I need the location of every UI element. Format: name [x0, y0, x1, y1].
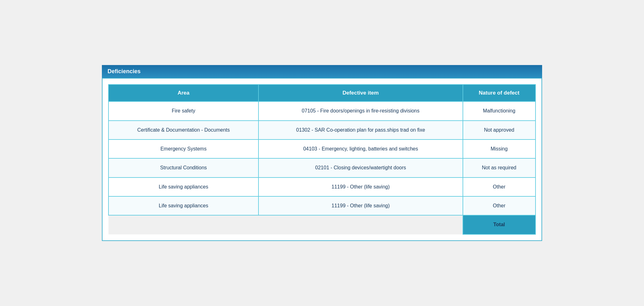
cell-nature-of_defect: Other — [463, 196, 536, 215]
table-row: Life saving appliances11199 - Other (lif… — [108, 178, 536, 196]
deficiencies-table: Area Defective item Nature of defect Fir… — [108, 84, 536, 235]
col-header-defective-item: Defective item — [258, 85, 463, 101]
cell-nature-of_defect: Not approved — [463, 121, 536, 139]
cell-area: Structural Conditions — [108, 158, 258, 177]
total-empty-defective — [258, 215, 463, 234]
cell-defective-item: 07105 - Fire doors/openings in fire-resi… — [258, 101, 463, 120]
table-row: Emergency Systems04103 - Emergency, ligh… — [108, 139, 536, 158]
table-row: Life saving appliances11199 - Other (lif… — [108, 196, 536, 215]
cell-defective-item: 11199 - Other (life saving) — [258, 196, 463, 215]
table-row: Fire safety07105 - Fire doors/openings i… — [108, 101, 536, 120]
cell-nature-of_defect: Not as required — [463, 158, 536, 177]
cell-nature-of_defect: Missing — [463, 139, 536, 158]
cell-defective-item: 01302 - SAR Co-operation plan for pass.s… — [258, 121, 463, 139]
section-title: Deficiencies — [108, 68, 141, 74]
cell-area: Life saving appliances — [108, 196, 258, 215]
cell-defective-item: 11199 - Other (life saving) — [258, 178, 463, 196]
table-row: Structural Conditions02101 - Closing dev… — [108, 158, 536, 177]
table-row: Certificate & Documentation - Documents0… — [108, 121, 536, 139]
cell-area: Certificate & Documentation - Documents — [108, 121, 258, 139]
cell-nature-of_defect: Other — [463, 178, 536, 196]
col-header-area: Area — [108, 85, 258, 101]
total-empty-area — [108, 215, 258, 234]
cell-area: Emergency Systems — [108, 139, 258, 158]
cell-defective-item: 02101 - Closing devices/watertight doors — [258, 158, 463, 177]
section-header: Deficiencies — [102, 65, 542, 78]
page-wrapper: Deficiencies Area Defective item Nature … — [102, 65, 542, 241]
col-header-nature-of-defect: Nature of defect — [463, 85, 536, 101]
cell-area: Fire safety — [108, 101, 258, 120]
table-container: Area Defective item Nature of defect Fir… — [102, 78, 542, 241]
table-header-row: Area Defective item Nature of defect — [108, 85, 536, 101]
cell-defective-item: 04103 - Emergency, lighting, batteries a… — [258, 139, 463, 158]
cell-nature-of_defect: Malfunctioning — [463, 101, 536, 120]
cell-area: Life saving appliances — [108, 178, 258, 196]
total-label-cell: Total — [463, 215, 536, 234]
total-row: Total — [108, 215, 536, 234]
